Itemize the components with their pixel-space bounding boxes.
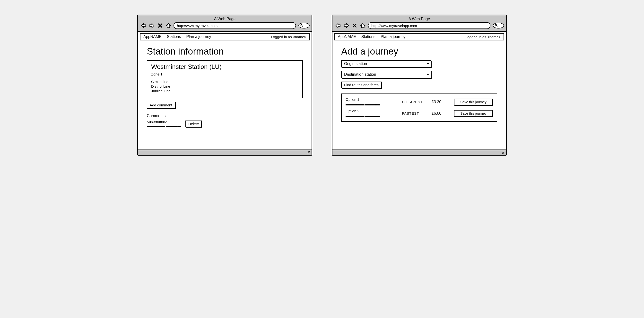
browser-toolbar: http://www.mytravelapp.com	[334, 22, 504, 29]
resize-handle-icon[interactable]: //	[308, 151, 310, 154]
resize-handle-icon[interactable]: //	[502, 151, 504, 154]
option-tag: CHEAPEST	[402, 100, 429, 104]
forward-icon[interactable]	[343, 22, 350, 29]
origin-station-label: Origin station	[342, 61, 425, 67]
search-icon	[300, 24, 303, 27]
comment-text: <username> ▬▬▬▬▬ ▬▬▬ ▬	[147, 119, 181, 128]
browser-toolbar: http://www.mytravelapp.com	[140, 22, 310, 29]
browser-nav-icons	[334, 22, 366, 29]
destination-station-select[interactable]: Destination station	[341, 71, 431, 78]
search-button[interactable]	[493, 23, 504, 29]
menubar-container: AppNAME Stations Plan a journey Logged i…	[138, 32, 312, 42]
page-body: Station information Westminster Station …	[138, 42, 312, 149]
comments-heading: Comments	[147, 114, 303, 118]
search-icon	[495, 24, 498, 27]
menubar-container: AppNAME Stations Plan a journey Logged i…	[332, 32, 506, 42]
page-body: Add a journey Origin station Destination…	[332, 42, 506, 149]
search-button[interactable]	[298, 23, 310, 29]
chevron-down-icon	[425, 61, 431, 67]
back-icon[interactable]	[334, 22, 342, 29]
browser-titlebar: A Web Page http://www.mytravelapp.com	[332, 15, 506, 32]
window-title: A Web Page	[334, 17, 504, 21]
save-journey-button[interactable]: Save this journey	[454, 110, 493, 117]
page-title: Station information	[147, 46, 303, 57]
url-text: http://www.mytravelapp.com	[371, 24, 417, 28]
option-description-placeholder: ▬▬▬▬▬ ▬▬▬ ▬	[346, 102, 399, 106]
nav-plan-journey[interactable]: Plan a journey	[186, 35, 211, 39]
stop-icon[interactable]	[351, 22, 358, 29]
logged-in-status: Logged in as <name>	[466, 35, 500, 39]
home-icon[interactable]	[165, 22, 172, 29]
logged-in-status: Logged in as <name>	[271, 35, 306, 39]
origin-station-select[interactable]: Origin station	[341, 60, 431, 67]
comment-row: <username> ▬▬▬▬▬ ▬▬▬ ▬ Delete	[147, 119, 303, 128]
back-icon[interactable]	[140, 22, 147, 29]
nav-app-name[interactable]: AppNAME	[338, 35, 356, 39]
option-label: Option 2	[346, 109, 399, 113]
url-bar[interactable]: http://www.mytravelapp.com	[368, 22, 490, 29]
station-line: District Line	[151, 84, 298, 88]
window-footer: //	[138, 149, 312, 155]
url-text: http://www.mytravelapp.com	[177, 24, 222, 28]
station-line: Circle Line	[151, 80, 298, 84]
browser-titlebar: A Web Page http://www.mytravelapp.com	[138, 15, 312, 32]
window-footer: //	[332, 149, 506, 155]
chevron-down-icon	[425, 71, 431, 78]
station-zone: Zone 1	[151, 72, 298, 76]
destination-station-label: Destination station	[342, 71, 425, 78]
comment-username: <username>	[147, 119, 181, 124]
forward-icon[interactable]	[148, 22, 156, 29]
station-line: Jubilee Line	[151, 89, 298, 93]
add-comment-button[interactable]: Add comment	[147, 102, 175, 108]
stop-icon[interactable]	[156, 22, 164, 29]
browser-nav-icons	[140, 22, 172, 29]
menubar-left: AppNAME Stations Plan a journey	[144, 35, 211, 39]
page-title: Add a journey	[341, 46, 497, 57]
option-label: Option 1	[346, 97, 399, 102]
option-fare: £3.20	[432, 100, 451, 104]
route-options-panel: Option 1 ▬▬▬▬▬ ▬▬▬ ▬ CHEAPEST £3.20 Save…	[341, 93, 497, 122]
nav-app-name[interactable]: AppNAME	[144, 35, 162, 39]
save-journey-button[interactable]: Save this journey	[454, 99, 493, 105]
route-option-row: Option 2 ▬▬▬▬▬ ▬▬▬ ▬ FASTEST £6.60 Save …	[346, 109, 493, 118]
route-option-row: Option 1 ▬▬▬▬▬ ▬▬▬ ▬ CHEAPEST £3.20 Save…	[346, 97, 493, 106]
menubar: AppNAME Stations Plan a journey Logged i…	[140, 33, 310, 40]
menubar-left: AppNAME Stations Plan a journey	[338, 35, 406, 39]
delete-comment-button[interactable]: Delete	[186, 120, 202, 127]
option-description-placeholder: ▬▬▬▬▬ ▬▬▬ ▬	[346, 113, 399, 118]
window-title: A Web Page	[140, 17, 310, 21]
option-tag: FASTEST	[402, 111, 429, 115]
nav-stations[interactable]: Stations	[167, 35, 181, 39]
svg-point-1	[495, 25, 497, 26]
option-fare: £6.60	[432, 111, 451, 116]
window-add-journey: A Web Page http://www.mytravelapp.com	[332, 15, 507, 155]
nav-plan-journey[interactable]: Plan a journey	[381, 35, 406, 39]
station-name: Westminster Station (LU)	[151, 63, 298, 71]
station-panel: Westminster Station (LU) Zone 1 Circle L…	[147, 60, 303, 98]
svg-point-0	[301, 25, 302, 26]
window-station-info: A Web Page http://www.mytravelapp.com	[137, 15, 312, 155]
home-icon[interactable]	[359, 22, 366, 29]
url-bar[interactable]: http://www.mytravelapp.com	[174, 22, 296, 29]
nav-stations[interactable]: Stations	[361, 35, 376, 39]
menubar: AppNAME Stations Plan a journey Logged i…	[334, 33, 504, 40]
comment-body-placeholder: ▬▬▬▬▬ ▬▬▬ ▬	[147, 124, 181, 128]
find-routes-button[interactable]: Find routes and fares	[341, 82, 382, 88]
